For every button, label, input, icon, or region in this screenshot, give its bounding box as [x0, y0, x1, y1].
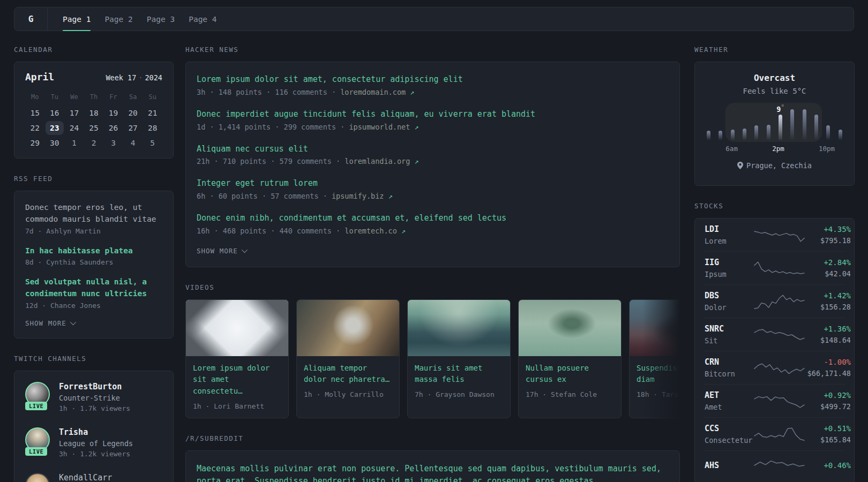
tab-page-1[interactable]: Page 1	[63, 7, 91, 31]
rss-show-more-button[interactable]: SHOW MORE	[25, 319, 162, 327]
rss-item-title[interactable]: Sed volutpat nulla nisl, a condimentum n…	[25, 276, 162, 300]
hn-item-domain-link[interactable]: ipsumworld.net	[349, 123, 414, 131]
calendar-day: 15	[26, 106, 44, 120]
twitch-channel-row[interactable]: LIVEForrestBurtonCounter-Strike1h · 1.7k…	[25, 374, 162, 420]
video-title[interactable]: Aliquam tempor dolor nec pharetra…	[304, 363, 392, 386]
video-meta: 1h · Lori Barnett	[193, 402, 281, 410]
channel-info: KendallCarr	[59, 473, 112, 482]
channel-meta: 1h · 1.7k viewers	[59, 404, 130, 412]
stock-symbol: CRN	[705, 357, 754, 367]
hn-item-domain-link[interactable]: loremtech.co	[345, 227, 401, 235]
weather-bar	[767, 125, 770, 140]
video-thumbnail[interactable]	[186, 300, 288, 356]
stock-sparkline	[754, 227, 805, 244]
tab-page-2[interactable]: Page 2	[104, 7, 132, 31]
hn-item-stats: 6h · 60 points · 57 comments ·	[197, 192, 332, 200]
twitch-channel-row[interactable]: KendallCarr	[25, 465, 162, 482]
calendar-day-selected: 23	[46, 121, 63, 135]
app-logo[interactable]: G	[14, 7, 48, 31]
calendar-month: April	[25, 71, 54, 82]
hn-item-domain-link[interactable]: loremdomain.com	[340, 88, 410, 96]
calendar-day: 27	[124, 121, 141, 135]
stock-change: +1.42%	[805, 291, 851, 300]
calendar-card: April Week 17·2024 MoTuWeThFrSaSu1516171…	[14, 62, 174, 159]
weekday-label: Su	[148, 91, 156, 105]
channel-info: ForrestBurtonCounter-Strike1h · 1.7k vie…	[59, 382, 130, 412]
hn-item-title[interactable]: Lorem ipsum dolor sit amet, consectetur …	[197, 74, 669, 86]
weather-bar-slot	[738, 107, 750, 140]
stock-sparkline	[754, 426, 805, 443]
weather-bar	[707, 131, 710, 140]
dashboard: CALENDAR April Week 17·2024 MoTuWeThFrSa…	[0, 31, 868, 482]
calendar-day: 22	[26, 121, 44, 135]
weather-bar-slot	[834, 107, 846, 140]
weather-bar-slot	[751, 107, 762, 140]
weather-temp-label: 9°	[776, 103, 784, 114]
stock-price: $795.18	[805, 236, 851, 245]
stock-row[interactable]: IIGIpsum+2.84%$42.04	[704, 251, 845, 284]
channel-name: ForrestBurton	[59, 382, 130, 391]
video-title[interactable]: Lorem ipsum dolor sit amet consectetu…	[193, 363, 281, 397]
video-title[interactable]: Mauris sit amet massa felis	[415, 363, 503, 386]
hn-item-title[interactable]: Integer eget rutrum lorem	[197, 178, 669, 190]
weather-bar	[826, 125, 830, 140]
video-thumbnail[interactable]	[519, 300, 621, 356]
stock-values: +0.51%$165.84	[805, 424, 851, 444]
tab-page-4[interactable]: Page 4	[189, 7, 216, 31]
stock-name: Bitcorn	[705, 370, 754, 378]
calendar-widget: CALENDAR April Week 17·2024 MoTuWeThFrSa…	[14, 46, 174, 159]
weather-time-label: 2pm	[772, 145, 784, 153]
stock-row[interactable]: AETAmet+0.92%$499.72	[704, 384, 845, 417]
weather-widget: WEATHER Overcast Feels like 5°C 9° 6am2p…	[694, 46, 855, 186]
weather-bar-slot	[762, 107, 774, 140]
hn-item-stats: 21h · 710 points · 579 comments ·	[197, 157, 345, 165]
weekday-label: Fr	[109, 91, 117, 105]
stock-row[interactable]: SNRCSit+1.36%$148.64	[704, 318, 845, 351]
rss-item-meta: 7d · Ashlyn Martin	[25, 227, 162, 235]
sparkline-chart	[754, 359, 805, 376]
weather-bar	[731, 130, 735, 140]
weather-bar-slot	[810, 107, 822, 140]
hackernews-show-more-button[interactable]: SHOW MORE	[197, 247, 669, 255]
stock-symbol: SNRC	[705, 324, 754, 334]
rss-item-title[interactable]: In hac habitasse platea	[25, 245, 162, 257]
hn-item-title[interactable]: Donec imperdiet augue tincidunt felis al…	[197, 109, 669, 120]
stock-row[interactable]: CRNBitcorn-1.00%$66,171.48	[704, 351, 845, 384]
twitch-channel-row[interactable]: LIVETrishaLeague of Legends3h · 1.2k vie…	[25, 420, 162, 465]
list-item: In hac habitasse platea8d · Cynthia Saun…	[25, 245, 162, 267]
stock-price: $165.84	[805, 435, 851, 444]
videos-widget: VIDEOS Lorem ipsum dolor sit amet consec…	[185, 283, 680, 418]
video-thumbnail[interactable]	[408, 300, 510, 356]
weather-bars: 9°	[703, 107, 847, 140]
stock-row[interactable]: CCSConsectetur+0.51%$165.84	[704, 417, 845, 450]
video-title[interactable]: Suspendisse diam	[637, 363, 680, 386]
hn-item-title[interactable]: Aliquam nec cursus elit	[197, 144, 669, 155]
rss-item-meta: 8d · Cynthia Saunders	[25, 258, 162, 266]
video-title[interactable]: Nullam posuere cursus ex	[526, 363, 614, 386]
weather-bar-slot	[703, 107, 715, 140]
rss-item-title[interactable]: Donec tempor eros leo, ut commodo mauris…	[25, 202, 162, 225]
subreddit-header: /R/SUBREDDIT	[185, 434, 680, 442]
tab-page-3[interactable]: Page 3	[147, 7, 175, 31]
stock-values: +1.42%$156.28	[805, 291, 851, 311]
stock-row[interactable]: DBSDolor+1.42%$156.28	[704, 284, 845, 318]
location-pin-icon	[737, 162, 743, 169]
stock-identity: CRNBitcorn	[705, 357, 754, 378]
subreddit-post-title[interactable]: Maecenas mollis pulvinar erat non posuer…	[197, 463, 669, 482]
channel-meta: 3h · 1.2k viewers	[59, 450, 133, 458]
hn-item-domain-link[interactable]: loremlandia.org	[345, 157, 414, 165]
calendar-day: 24	[65, 121, 83, 135]
sparkline-chart	[754, 293, 805, 310]
stock-row[interactable]: AHS+0.46%	[704, 450, 845, 480]
weather-header: WEATHER	[694, 46, 855, 54]
list-item: Aliquam nec cursus elit21h · 710 points …	[197, 144, 669, 166]
separator-dot: ·	[136, 73, 145, 82]
stock-row[interactable]: LDILorem+4.35%$795.18	[704, 219, 845, 251]
avatar: LIVE	[25, 427, 52, 452]
weather-time-labels: 6am2pm10pm	[703, 145, 847, 153]
video-thumbnail[interactable]	[297, 300, 399, 356]
hn-item-domain-link[interactable]: ipsumify.biz	[332, 192, 388, 200]
weather-bar	[839, 130, 842, 140]
video-thumbnail[interactable]	[630, 300, 680, 356]
hn-item-title[interactable]: Donec enim nibh, condimentum et accumsan…	[197, 213, 669, 224]
